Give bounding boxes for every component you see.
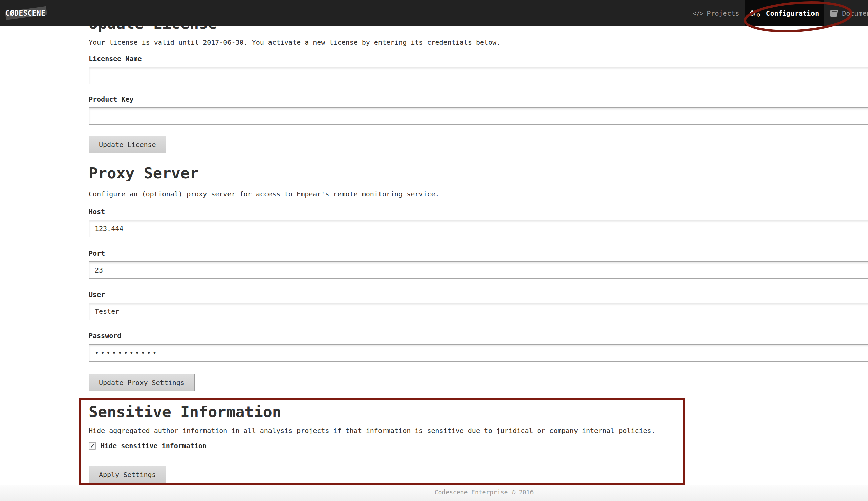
user-label: User: [89, 291, 868, 298]
nav-item-configuration-label: Configuration: [766, 9, 819, 17]
main-content: Update License Your license is valid unt…: [89, 0, 868, 483]
nav-item-projects[interactable]: </> Projects: [687, 0, 745, 26]
apply-settings-button[interactable]: Apply Settings: [89, 466, 166, 483]
hide-sensitive-checkbox[interactable]: [89, 442, 96, 449]
licensee-name-input[interactable]: [89, 67, 868, 84]
hide-sensitive-row: Hide sensitive information: [89, 441, 868, 450]
port-label: Port: [89, 250, 868, 257]
codescene-logo[interactable]: CØDESCENE: [6, 0, 45, 26]
nav-item-documentation[interactable]: Documentation: [824, 0, 868, 26]
product-key-input[interactable]: [89, 107, 868, 125]
logo-text: CØDESCENE: [6, 9, 45, 17]
code-icon: </>: [693, 10, 703, 17]
nav-item-configuration[interactable]: ⚙ ⚙ Configuration: [745, 0, 824, 26]
password-input[interactable]: [89, 344, 868, 362]
licensee-name-label: Licensee Name: [89, 55, 868, 62]
book-icon: [829, 9, 838, 18]
host-label: Host: [89, 208, 868, 215]
nav-item-documentation-label: Documentation: [842, 9, 868, 17]
footer-text: Codescene Enterprise © 2016: [89, 485, 868, 500]
product-key-label: Product Key: [89, 96, 868, 103]
license-description: Your license is valid until 2017-06-30. …: [89, 39, 868, 46]
user-input[interactable]: [89, 303, 868, 320]
top-navbar: CØDESCENE </> Projects ⚙ ⚙ Configuration: [0, 0, 868, 26]
nav-item-projects-label: Projects: [707, 9, 739, 17]
proxy-description: Configure an (optional) proxy server for…: [89, 191, 868, 198]
update-license-button[interactable]: Update License: [89, 136, 166, 153]
page-footer: Codescene Enterprise © 2016: [0, 485, 868, 501]
proxy-server-title: Proxy Server: [89, 165, 868, 182]
sensitive-information-title: Sensitive Information: [89, 404, 868, 420]
update-proxy-settings-button[interactable]: Update Proxy Settings: [89, 374, 195, 391]
host-input[interactable]: [89, 220, 868, 237]
password-label: Password: [89, 332, 868, 339]
port-input[interactable]: [89, 261, 868, 279]
gears-icon: ⚙ ⚙: [750, 8, 763, 19]
hide-sensitive-label[interactable]: Hide sensitive information: [100, 442, 206, 450]
sensitive-description: Hide aggregated author information in al…: [89, 427, 868, 434]
navbar-links: </> Projects ⚙ ⚙ Configuration: [687, 0, 868, 26]
